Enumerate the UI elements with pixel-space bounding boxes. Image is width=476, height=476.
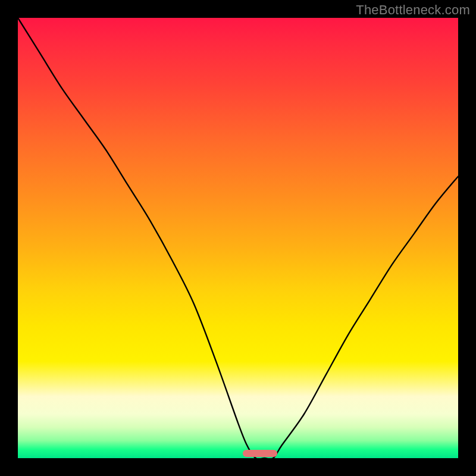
curve-path	[18, 18, 458, 459]
watermark-text: TheBottleneck.com	[356, 2, 470, 18]
chart-frame: TheBottleneck.com	[0, 0, 476, 476]
bottleneck-curve	[18, 18, 458, 458]
optimal-range-marker	[243, 450, 277, 457]
plot-area	[18, 18, 458, 458]
